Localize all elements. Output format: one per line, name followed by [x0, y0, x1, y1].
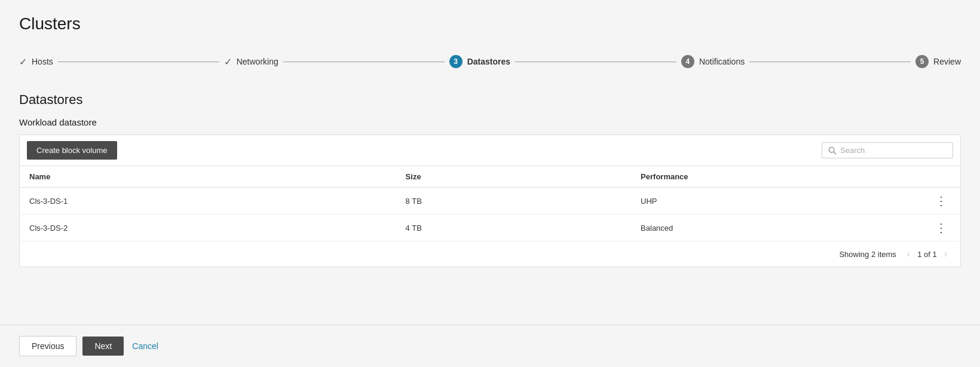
step-circle-review: 5 — [915, 55, 929, 68]
column-header-size: Size — [396, 166, 632, 188]
step-label-review: Review — [933, 57, 961, 66]
step-hosts[interactable]: ✓ Hosts — [19, 56, 53, 68]
workload-datastore-table: Create block volume Name Size Performanc… — [19, 134, 961, 267]
step-circle-datastores: 3 — [449, 55, 463, 68]
connector-1 — [58, 62, 219, 62]
table-row: Cls-3-DS-2 4 TB Balanced ⋮ — [20, 215, 960, 241]
prev-page-button[interactable]: ‹ — [904, 247, 914, 261]
step-review[interactable]: 5 Review — [915, 55, 961, 68]
cancel-button[interactable]: Cancel — [130, 337, 161, 356]
column-header-performance: Performance — [631, 166, 913, 188]
bottom-navigation: Previous Next Cancel — [0, 325, 980, 367]
cell-size: 4 TB — [396, 215, 632, 241]
search-icon — [828, 146, 837, 155]
step-label-datastores: Datastores — [467, 57, 510, 66]
page-title: Clusters — [19, 14, 961, 33]
next-button[interactable]: Next — [82, 337, 124, 356]
create-block-volume-button[interactable]: Create block volume — [27, 141, 117, 160]
cell-name: Cls-3-DS-1 — [20, 188, 396, 215]
check-icon: ✓ — [19, 56, 27, 68]
cell-size: 8 TB — [396, 188, 632, 215]
table-toolbar: Create block volume — [20, 135, 960, 166]
table-header-row: Name Size Performance — [20, 166, 960, 188]
search-box — [822, 142, 953, 158]
cell-name: Cls-3-DS-2 — [20, 215, 396, 241]
step-notifications[interactable]: 4 Notifications — [681, 55, 745, 68]
check-icon-networking: ✓ — [224, 56, 232, 68]
step-label-networking: Networking — [237, 57, 278, 66]
connector-4 — [749, 62, 911, 62]
table-row: Cls-3-DS-1 8 TB UHP ⋮ — [20, 188, 960, 215]
showing-count: Showing 2 items — [839, 250, 896, 259]
step-label-hosts: Hosts — [32, 57, 53, 66]
table-footer: Showing 2 items ‹ 1 of 1 › — [20, 241, 960, 267]
connector-2 — [283, 62, 445, 62]
column-header-name: Name — [20, 166, 396, 188]
svg-line-1 — [834, 152, 836, 154]
cell-performance: UHP — [631, 188, 913, 215]
step-networking[interactable]: ✓ Networking — [224, 56, 278, 68]
step-circle-notifications: 4 — [681, 55, 694, 68]
row-actions-menu[interactable]: ⋮ — [932, 220, 951, 236]
main-content: Datastores Workload datastore Create blo… — [0, 78, 980, 325]
next-page-button[interactable]: › — [941, 247, 951, 261]
row-actions-menu[interactable]: ⋮ — [932, 193, 951, 209]
step-datastores[interactable]: 3 Datastores — [449, 55, 510, 68]
cell-actions[interactable]: ⋮ — [913, 215, 960, 241]
previous-button[interactable]: Previous — [19, 336, 76, 356]
section-title: Datastores — [19, 92, 961, 108]
cell-performance: Balanced — [631, 215, 913, 241]
stepper: ✓ Hosts ✓ Networking 3 Datastores 4 Noti… — [19, 45, 961, 78]
search-input[interactable] — [840, 146, 947, 155]
pagination: ‹ 1 of 1 › — [904, 247, 951, 261]
subsection-title: Workload datastore — [19, 117, 961, 127]
step-label-notifications: Notifications — [699, 57, 745, 66]
connector-3 — [515, 62, 676, 62]
column-header-actions — [913, 166, 960, 188]
page-indicator: 1 of 1 — [917, 250, 937, 259]
cell-actions[interactable]: ⋮ — [913, 188, 960, 215]
datastores-table: Name Size Performance Cls-3-DS-1 8 TB UH… — [20, 166, 960, 241]
